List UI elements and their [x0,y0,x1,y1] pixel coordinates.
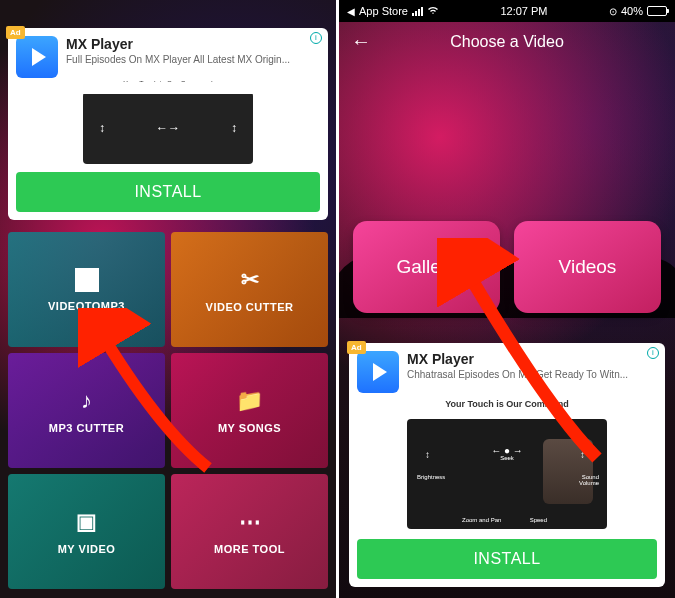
nav-header: ← Choose a Video [339,22,675,61]
install-button[interactable]: INSTALL [357,539,657,579]
video-to-mp3-icon [75,268,99,292]
gesture-brightness-label: Brightness [417,474,445,480]
tool-grid: VIDEOTOMP3 ✂ VIDEO CUTTER ♪ MP3 CUTTER 📁… [8,232,328,589]
ad-info-icon[interactable]: i [310,32,322,44]
ad-preview-image: ← ● → ↕ ↕ Seek Brightness Sound Volume Z… [407,419,607,529]
signal-icon [412,7,423,16]
tile-label: MY SONGS [218,422,281,434]
ad-preview-caption: Your Touch is Our Command [357,399,657,409]
my-video-icon: ▣ [76,509,97,535]
mx-player-app-icon [16,36,58,78]
page-title: Choose a Video [351,33,663,51]
clock-label: 12:07 PM [500,5,547,17]
tile-video-cutter[interactable]: ✂ VIDEO CUTTER [171,232,328,347]
battery-icon [647,6,667,16]
carrier-label: App Store [359,5,408,17]
ad-subtitle: Full Episodes On MX Player All Latest MX… [66,54,320,65]
status-bar: ◀ App Store 12:07 PM ⊙ 40% [339,0,675,22]
tile-my-songs[interactable]: 📁 MY SONGS [171,353,328,468]
gesture-speed-label: Speed [530,517,547,523]
tile-mp3-cutter[interactable]: ♪ MP3 CUTTER [8,353,165,468]
more-tool-icon: ⋯ [239,509,261,535]
ad-title: MX Player [66,36,320,52]
mx-player-app-icon [357,351,399,393]
my-songs-icon: 📁 [236,388,263,414]
tile-my-video[interactable]: ▣ MY VIDEO [8,474,165,589]
ad-badge-icon: Ad [6,26,25,39]
screen-main-tools: ◀ App Store 12:07 PM ⊙ 40% Ad i MX Playe… [0,0,336,598]
gesture-seek-label: Seek [500,455,514,461]
back-to-appstore-icon[interactable]: ◀ [347,6,355,17]
ad-badge-icon: Ad [347,341,366,354]
screen-choose-video: ◀ App Store 12:07 PM ⊙ 40% ← Choose a Vi… [339,0,675,598]
ad-title: MX Player [407,351,657,367]
mp3-cutter-icon: ♪ [81,388,92,414]
ad-subtitle: Chhatrasal Episodes On MX Get Ready To W… [407,369,657,380]
tile-label: MP3 CUTTER [49,422,124,434]
tile-label: VIDEOTOMP3 [48,300,125,312]
videos-button[interactable]: Videos [514,221,661,313]
tile-label: MY VIDEO [58,543,116,555]
ad-info-icon[interactable]: i [647,347,659,359]
video-cutter-icon: ✂ [241,267,259,293]
gesture-zoom-label: Zoom and Pan [462,517,501,523]
tile-label: MORE TOOL [214,543,285,555]
ad-card[interactable]: Ad i MX Player Chhatrasal Episodes On MX… [349,343,665,587]
tile-more-tool[interactable]: ⋯ MORE TOOL [171,474,328,589]
ad-card[interactable]: Ad i MX Player Full Episodes On MX Playe… [8,28,328,220]
battery-pct: 40% [621,5,643,17]
gesture-volume-label: Sound Volume [569,474,599,486]
ad-preview-image: ↕←→↕ [83,92,253,164]
tile-label: VIDEO CUTTER [206,301,294,313]
gallery-button[interactable]: Gallery [353,221,500,313]
install-button[interactable]: INSTALL [16,172,320,212]
source-picker-row: Gallery Videos [339,221,675,313]
wifi-icon [427,5,439,17]
tile-video-to-mp3[interactable]: VIDEOTOMP3 [8,232,165,347]
alarm-icon: ⊙ [609,6,617,17]
